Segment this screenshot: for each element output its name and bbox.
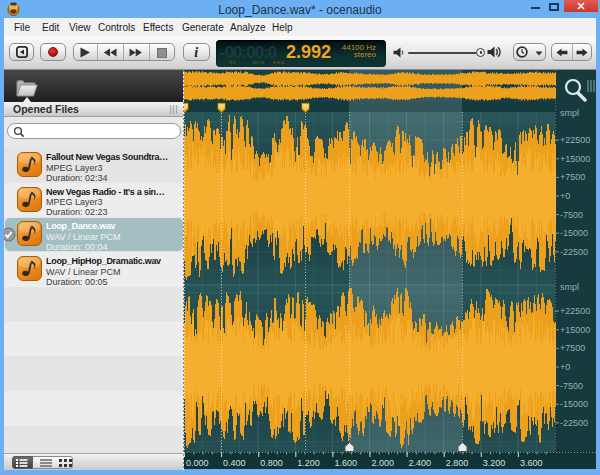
- svg-text:-22500: -22500: [560, 247, 588, 257]
- svg-text:3.600: 3.600: [520, 458, 543, 468]
- svg-text:+22500: +22500: [560, 306, 590, 316]
- svg-text:-7500: -7500: [560, 381, 583, 391]
- svg-text:1.200: 1.200: [297, 458, 320, 468]
- svg-text:1.600: 1.600: [334, 458, 357, 468]
- svg-text:-7500: -7500: [560, 210, 583, 220]
- svg-text:+15000: +15000: [560, 154, 590, 164]
- svg-text:2.800: 2.800: [446, 458, 469, 468]
- svg-text:+15000: +15000: [560, 325, 590, 335]
- svg-text:smpl: smpl: [560, 108, 579, 118]
- svg-text:0.800: 0.800: [260, 458, 283, 468]
- svg-text:+22500: +22500: [560, 135, 590, 145]
- svg-text:+0: +0: [560, 362, 570, 372]
- svg-text:+0: +0: [560, 191, 570, 201]
- svg-text:-15000: -15000: [560, 399, 588, 409]
- svg-text:smpl: smpl: [560, 282, 579, 292]
- svg-text:0.000: 0.000: [186, 458, 209, 468]
- svg-text:+7500: +7500: [560, 172, 585, 182]
- svg-text:-15000: -15000: [560, 228, 588, 238]
- svg-text:+7500: +7500: [560, 343, 585, 353]
- svg-text:2.000: 2.000: [372, 458, 395, 468]
- svg-text:0.400: 0.400: [223, 458, 246, 468]
- svg-text:3.200: 3.200: [483, 458, 506, 468]
- svg-text:-22500: -22500: [560, 418, 588, 428]
- svg-text:2.400: 2.400: [409, 458, 432, 468]
